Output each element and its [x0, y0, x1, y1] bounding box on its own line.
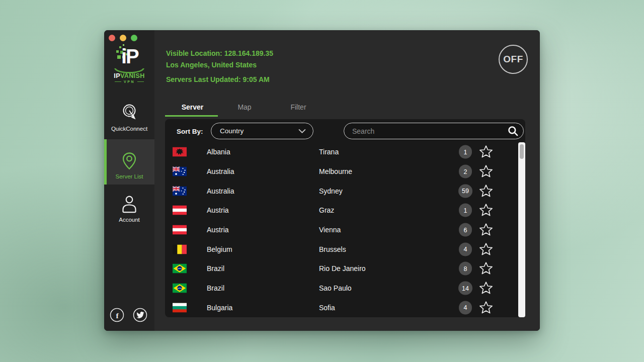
- sort-by-value: Country: [220, 127, 298, 135]
- sidebar-item-account[interactable]: Account: [104, 195, 154, 223]
- server-count-badge: 1: [459, 145, 472, 159]
- row-country: Bulgaria: [207, 304, 232, 312]
- servers-updated-text: Servers Last Updated: 9:05 AM: [166, 75, 273, 83]
- sidebar-item-server-list[interactable]: Server List: [104, 139, 154, 185]
- row-city: Sao Paulo: [319, 284, 352, 292]
- austria-flag-icon: [173, 225, 187, 235]
- favorite-star-icon[interactable]: [478, 144, 494, 159]
- favorite-star-icon[interactable]: [478, 222, 494, 237]
- row-city: Graz: [319, 206, 334, 214]
- chevron-down-icon: [298, 129, 306, 133]
- logo-ip-text: IP: [114, 72, 120, 79]
- favorite-star-icon[interactable]: [478, 203, 494, 218]
- sidebar: iP IPVANISH VPN QuickConnect Server List: [104, 30, 154, 331]
- server-count-badge: 59: [458, 184, 472, 198]
- row-country: Brazil: [207, 284, 224, 292]
- logo-pixel: [116, 50, 119, 53]
- scrollbar-track[interactable]: [518, 142, 525, 317]
- server-row[interactable]: Bulgaria Sofia 4: [165, 298, 525, 317]
- server-count-badge: 8: [459, 262, 472, 276]
- favorite-star-icon[interactable]: [478, 242, 494, 257]
- sort-by-dropdown[interactable]: Country: [211, 123, 313, 139]
- row-country: Belgium: [207, 245, 232, 253]
- location-pin-icon: [120, 152, 138, 171]
- search-box: [344, 123, 524, 139]
- australia-flag-icon: [173, 167, 187, 176]
- visible-location-city: Los Angeles, United States: [166, 61, 273, 69]
- server-row[interactable]: Austria Vienna 6: [165, 220, 525, 240]
- server-count-badge: 1: [459, 204, 472, 217]
- facebook-icon[interactable]: f: [110, 308, 124, 322]
- favorite-star-icon[interactable]: [478, 300, 494, 315]
- tab-filter[interactable]: Filter: [273, 103, 324, 114]
- albania-flag-icon: [173, 147, 187, 157]
- server-rows: Albania Tirana 1 Australia Melbourne 2 A…: [165, 142, 525, 317]
- server-count-badge: 4: [459, 301, 472, 314]
- row-city: Brussels: [319, 245, 346, 253]
- logo-vpn-text: VPN: [109, 80, 149, 83]
- belgium-flag-icon: [173, 244, 187, 254]
- favorite-star-icon[interactable]: [478, 281, 494, 296]
- sidebar-item-label: Server List: [104, 173, 154, 179]
- row-city: Rio De Janeiro: [319, 264, 366, 273]
- sidebar-item-label: Account: [104, 217, 154, 223]
- person-icon: [120, 195, 139, 214]
- server-row[interactable]: Brazil Rio De Janeiro 8: [165, 259, 525, 279]
- search-icon[interactable]: [507, 125, 519, 137]
- row-country: Brazil: [207, 264, 224, 273]
- row-city: Tirana: [319, 148, 339, 156]
- row-city: Sydney: [319, 187, 343, 195]
- row-city: Sofia: [319, 304, 335, 312]
- quickconnect-icon: [119, 103, 140, 123]
- server-count-badge: 2: [459, 165, 472, 178]
- close-button[interactable]: [109, 35, 115, 41]
- server-row[interactable]: Albania Tirana 1: [165, 142, 525, 162]
- logo-vanish-text: VANISH: [120, 72, 145, 79]
- social-links: f: [110, 308, 147, 322]
- row-country: Australia: [207, 167, 234, 175]
- row-country: Austria: [207, 226, 229, 234]
- server-count-badge: 6: [459, 223, 472, 237]
- main-area: Visible Location: 128.164.189.35 Los Ang…: [154, 30, 540, 331]
- row-country: Austria: [207, 206, 229, 214]
- minimize-button[interactable]: [120, 35, 126, 41]
- row-country: Albania: [207, 148, 230, 156]
- brazil-flag-icon: [173, 284, 187, 293]
- tab-map[interactable]: Map: [219, 103, 270, 114]
- server-row[interactable]: Australia Melbourne 2: [165, 162, 525, 182]
- server-list-panel: Sort By: Country Albania Tirana: [165, 119, 525, 317]
- server-count-badge: 14: [458, 282, 472, 295]
- server-row[interactable]: Australia Sydney 59: [165, 181, 525, 201]
- favorite-star-icon[interactable]: [478, 184, 494, 199]
- bulgaria-flag-icon: [173, 303, 187, 312]
- sidebar-item-quickconnect[interactable]: QuickConnect: [104, 103, 154, 132]
- vpn-power-button[interactable]: OFF: [499, 45, 528, 74]
- app-window: iP IPVANISH VPN QuickConnect Server List: [104, 30, 540, 331]
- window-controls: [109, 35, 137, 41]
- search-input[interactable]: [344, 127, 507, 135]
- server-count-badge: 4: [459, 242, 472, 256]
- brazil-flag-icon: [173, 264, 187, 274]
- favorite-star-icon[interactable]: [478, 164, 494, 179]
- ipvanish-logo: iP IPVANISH VPN: [109, 42, 149, 88]
- row-city: Vienna: [319, 226, 341, 234]
- visible-location-text: Visible Location: 128.164.189.35: [166, 49, 273, 57]
- svg-text:f: f: [116, 311, 119, 320]
- sort-by-label: Sort By:: [177, 128, 203, 135]
- logo-pixel: [117, 55, 121, 59]
- server-row[interactable]: Austria Graz 1: [165, 201, 525, 220]
- favorite-star-icon[interactable]: [478, 261, 494, 276]
- server-row[interactable]: Belgium Brussels 4: [165, 239, 525, 259]
- logo-mark: iP: [121, 45, 138, 68]
- scrollbar-thumb[interactable]: [520, 144, 524, 159]
- row-country: Australia: [207, 187, 234, 195]
- tab-server[interactable]: Server: [166, 103, 219, 114]
- austria-flag-icon: [173, 206, 187, 215]
- server-row[interactable]: Brazil Sao Paulo 14: [165, 279, 525, 298]
- twitter-icon[interactable]: [133, 308, 147, 322]
- active-tab-underline: [165, 115, 218, 117]
- logo-wordmark: IPVANISH: [109, 72, 149, 79]
- row-city: Melbourne: [319, 167, 352, 175]
- zoom-button[interactable]: [131, 35, 137, 41]
- connection-info: Visible Location: 128.164.189.35 Los Ang…: [166, 49, 273, 83]
